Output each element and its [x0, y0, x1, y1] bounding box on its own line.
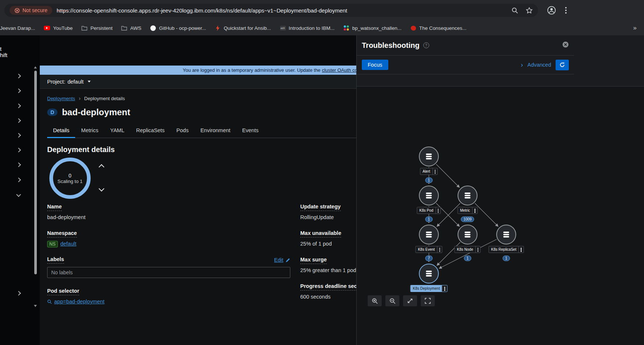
- kebab-menu-icon[interactable]: [518, 246, 524, 253]
- tab-replicasets[interactable]: ReplicaSets: [130, 124, 170, 138]
- page-title: bad-deployment: [62, 107, 130, 117]
- kebab-menu-icon[interactable]: [433, 168, 438, 175]
- bookmark-consequences[interactable]: The Consequences...: [407, 23, 470, 33]
- kebab-menu-icon[interactable]: [435, 207, 441, 214]
- pod-donut: 0 Scaling to 1: [49, 158, 91, 199]
- edx-icon: edX: [280, 25, 286, 31]
- scale-down-icon[interactable]: [99, 186, 105, 192]
- close-panel-button[interactable]: [562, 41, 569, 49]
- scale-up-icon[interactable]: [99, 164, 105, 170]
- nav-chevron-icon[interactable]: [16, 133, 21, 138]
- bookmark-jeevan[interactable]: Jeevan Darap...: [0, 24, 39, 33]
- bookmarks-overflow-chevron[interactable]: »: [628, 24, 642, 32]
- node-badge: 7: [425, 256, 433, 261]
- pod-selector-label: Pod selector: [47, 288, 79, 295]
- bookmark-persistent[interactable]: Persistent: [78, 23, 116, 33]
- graph-node-k8s-deployment[interactable]: K8s Deployment: [419, 264, 439, 284]
- database-icon: [419, 147, 439, 166]
- kebab-menu-icon[interactable]: [442, 285, 447, 292]
- help-icon[interactable]: ?: [423, 42, 429, 48]
- node-badge: 1009: [461, 216, 474, 222]
- nav-chevron-icon[interactable]: [16, 177, 21, 182]
- graph-node-k8s-event[interactable]: K8s Event 7: [419, 225, 439, 244]
- tab-details[interactable]: Details: [47, 124, 75, 138]
- openshift-sidebar: t hift: [0, 35, 40, 345]
- zoom-out-button[interactable]: [385, 295, 399, 306]
- nav-chevron-icon[interactable]: [16, 291, 21, 296]
- scrollbar-thumb[interactable]: [34, 71, 37, 274]
- tab-environment[interactable]: Environment: [195, 124, 236, 138]
- bookmark-quickstart[interactable]: Quickstart for Ansib...: [211, 23, 274, 33]
- graph-node-alert[interactable]: Alert 1: [419, 147, 439, 166]
- pod-selector-link[interactable]: app=bad-deployment: [54, 299, 105, 304]
- scrollbar-up-icon[interactable]: [34, 66, 37, 68]
- pod-count: 0: [69, 173, 71, 179]
- graph-zoom-toolbar: [368, 295, 435, 306]
- kebab-menu-icon[interactable]: [475, 246, 480, 253]
- tab-pods[interactable]: Pods: [171, 124, 195, 138]
- search-icon[interactable]: [511, 7, 518, 14]
- bookmark-label: AWS: [130, 25, 141, 31]
- bookmark-label: Persistent: [90, 25, 112, 31]
- nav-chevron-icon[interactable]: [16, 103, 21, 108]
- nav-chevron-icon[interactable]: [16, 88, 21, 93]
- openshift-logo-clipped: t hift: [0, 46, 7, 58]
- edit-labels-link[interactable]: Edit: [274, 257, 290, 263]
- tab-yaml[interactable]: YAML: [104, 124, 130, 138]
- tab-events[interactable]: Events: [236, 124, 264, 138]
- address-bar[interactable]: Not secure https://console-openshift-con…: [4, 4, 538, 17]
- node-label: K8s Deployment: [411, 285, 442, 292]
- sidebar-scrollbar[interactable]: [34, 66, 37, 311]
- bookmark-youtube[interactable]: YouTube: [40, 24, 76, 33]
- kebab-menu-icon[interactable]: [437, 246, 442, 253]
- bookmark-aws[interactable]: AWS: [118, 23, 145, 33]
- kebab-menu-icon[interactable]: [472, 207, 477, 214]
- youtube-icon: [44, 26, 50, 30]
- nav-chevron-icon[interactable]: [16, 162, 21, 167]
- not-secure-chip[interactable]: Not secure: [10, 6, 52, 15]
- pod-status: Scaling to 1: [57, 179, 83, 184]
- browser-actions: [543, 6, 570, 15]
- nav-chevron-icon[interactable]: [16, 118, 21, 123]
- profile-avatar-icon[interactable]: [547, 6, 556, 15]
- nav-chevron-icon[interactable]: [16, 74, 21, 78]
- breadcrumb-current: Deployment details: [84, 96, 125, 101]
- node-label: K8s ReplicaSet: [489, 246, 518, 253]
- banner-oauth-link[interactable]: cluster OAuth configuration: [322, 67, 356, 73]
- banner-text: You are logged in as a temporary adminis…: [183, 67, 321, 73]
- breadcrumb-deployments-link[interactable]: Deployments: [47, 96, 75, 101]
- database-icon: [419, 225, 439, 244]
- refresh-button[interactable]: [556, 60, 569, 70]
- panel-header: Troubleshooting ?: [357, 35, 574, 55]
- graph-node-metric[interactable]: Metric 1009: [458, 186, 477, 205]
- database-icon: [419, 186, 439, 205]
- graph-node-k8s-node[interactable]: K8s Node 1: [458, 225, 477, 244]
- bookmark-slack[interactable]: bp_watsonx_challen...: [340, 23, 405, 33]
- fit-to-screen-button[interactable]: [403, 295, 417, 306]
- advanced-chevron-icon[interactable]: ›: [521, 61, 523, 68]
- bookmark-label: Introduction to IBM...: [289, 25, 335, 31]
- bookmark-edx[interactable]: edX Introduction to IBM...: [276, 23, 339, 33]
- project-selector[interactable]: Project: default: [40, 75, 356, 89]
- graph-node-k8s-replicaset[interactable]: K8s ReplicaSet 1: [496, 225, 516, 244]
- nav-chevron-icon[interactable]: [16, 148, 21, 152]
- advanced-link[interactable]: Advanced: [528, 62, 552, 68]
- tab-metrics[interactable]: Metrics: [75, 124, 104, 138]
- bookmark-github[interactable]: GitHub - ocp-power...: [147, 23, 210, 33]
- zoom-in-button[interactable]: [368, 295, 382, 306]
- namespace-link[interactable]: default: [60, 241, 77, 247]
- database-icon: [458, 225, 477, 244]
- browser-menu-icon[interactable]: [565, 7, 567, 8]
- fullscreen-button[interactable]: [421, 295, 435, 306]
- openshift-console: You are logged in as a temporary adminis…: [40, 35, 356, 345]
- breadcrumb: Deployments › Deployment details: [47, 95, 356, 101]
- focus-button[interactable]: Focus: [362, 60, 388, 70]
- bookmark-star-icon[interactable]: [526, 7, 533, 14]
- graph-node-k8s-pod[interactable]: K8s Pod 1: [419, 186, 439, 205]
- omnibox-actions: [511, 7, 533, 14]
- panel-toolbar: Focus › Advanced: [357, 55, 574, 74]
- nav-chevron-down-icon[interactable]: [16, 192, 21, 197]
- panel-title: Troubleshooting: [362, 41, 420, 50]
- scrollbar-down-icon[interactable]: [34, 305, 37, 307]
- url-text: https://console-openshift-console.apps.r…: [57, 7, 507, 14]
